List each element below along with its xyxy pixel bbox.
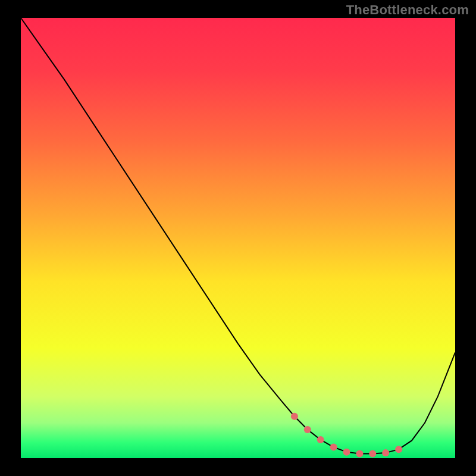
bottleneck-chart (0, 0, 476, 476)
curve-marker (317, 436, 324, 443)
curve-marker (343, 449, 350, 456)
curve-marker (291, 413, 298, 420)
chart-background (21, 18, 455, 458)
curve-marker (395, 446, 402, 453)
curve-marker (369, 450, 376, 458)
curve-marker (382, 449, 389, 456)
chart-stage: TheBottleneck.com (0, 0, 476, 476)
curve-marker (356, 450, 363, 458)
curve-marker (304, 426, 311, 433)
curve-marker (330, 444, 337, 451)
